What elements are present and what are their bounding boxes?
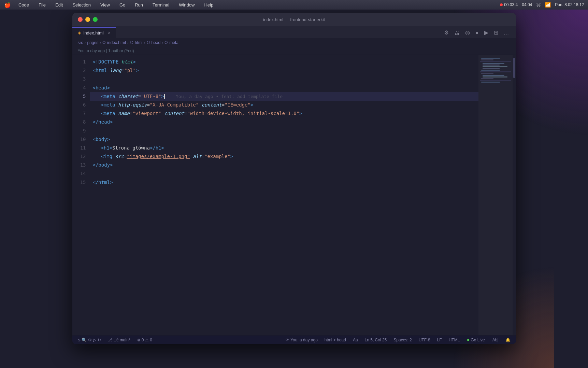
code-line-14 [90,169,478,178]
code-line-10: <body> [90,135,478,144]
menu-view[interactable]: View [98,2,112,8]
tab-index-html[interactable]: ◈ index.html × [72,27,116,38]
go-live-label: Go Live [471,338,485,342]
go-live-dot [467,339,469,341]
errors-status[interactable]: ⊗ 0 ⚠ 0 [136,338,154,342]
play-icon[interactable]: ▶ [483,29,490,37]
code-line-6: <meta http-equiv="X-UA-Compatible" conte… [90,101,478,109]
breadcrumb-index-html[interactable]: index.html [107,40,126,45]
notification-bell-icon[interactable]: 🔔 [504,338,512,342]
html-path-status[interactable]: html > head [323,338,347,342]
menu-code[interactable]: Code [16,2,31,8]
search-icon[interactable]: ◎ [464,29,471,37]
breadcrumb-sep5: › [162,40,163,45]
minimap [478,55,513,335]
code-doctype-kw: DOCTYPE [98,58,118,66]
spaces-status[interactable]: Spaces: 2 [392,338,413,342]
run-icon[interactable]: ● [474,29,480,37]
breadcrumb-head[interactable]: head [152,40,161,45]
minimap-line [481,59,494,60]
menu-run[interactable]: Run [133,2,145,8]
split-editor-icon[interactable]: ⚙ [443,29,450,37]
breadcrumb-sep3: › [127,40,129,45]
breadcrumb-sep1: › [85,40,86,45]
ln-1: 1 [72,58,86,66]
bell-icon: 🔔 [505,338,511,342]
encoding-status[interactable]: UTF-8 [417,338,432,342]
menu-edit[interactable]: Edit [53,2,65,8]
status-bar-left: ⎋ 🔍 ⚙ ▷ ↻ ⎇ ⎇ main* ⊗ 0 ⚠ 0 [76,338,154,342]
git-blame-text: You, a day ago | 1 author (You) [78,48,134,53]
line-ending-status[interactable]: LF [436,338,443,342]
breadcrumb-html[interactable]: html [135,40,143,45]
git-info-status[interactable]: ⟳ You, a day ago [284,338,319,342]
more-actions-icon[interactable]: … [502,29,511,37]
line-numbers: 1 2 3 4 5 6 7 8 9 10 11 12 13 14 15 [72,55,90,335]
cursor-position-status[interactable]: Ln 5, Col 25 [363,338,388,342]
language-status[interactable]: HTML [447,338,461,342]
sync-icon: ⟳ [286,338,289,342]
date-time: Pon. 8.02 18:12 [555,2,584,7]
breadcrumb-head-icon: ⬡ [147,40,150,45]
git-branch-status[interactable]: ⎇ ⎇ main* [106,338,132,342]
scrollbar-track[interactable] [513,55,516,335]
menu-terminal[interactable]: Terminal [150,2,171,8]
minimap-line [483,63,504,64]
minimap-line [483,75,504,76]
window-title: index.html — frontend-starterkit [263,17,325,22]
minimap-line [480,61,511,62]
code-line-9 [90,127,478,135]
minimap-line [481,78,494,79]
tab-file-icon: ◈ [78,30,81,35]
ln-9: 9 [72,127,86,135]
minimap-lines [480,58,511,83]
code-line-4: <head> [90,84,478,92]
ln-2: 2 [72,66,86,75]
breadcrumb-sep2: › [100,40,101,45]
ab-status[interactable]: Ab| [491,338,500,342]
minimap-line [483,76,508,77]
tab-close-icon[interactable]: × [108,30,111,36]
cursor-position-label: Ln 5, Col 25 [365,338,387,342]
status-bar-right: ⟳ You, a day ago html > head Aa Ln 5, Co… [284,338,512,342]
case-sensitive-status[interactable]: Aa [352,338,359,342]
ln-12: 12 [72,152,86,161]
code-line-5: <meta charset="UTF-8"> You, a day ago • … [90,92,478,101]
encoding-label: UTF-8 [419,338,430,342]
menu-window[interactable]: Window [177,2,197,8]
ln-5: 5 [72,92,86,101]
scrollbar-thumb[interactable] [513,58,515,78]
ln-14: 14 [72,169,86,178]
code-line-2: <html lang="pl"> [90,66,478,75]
ln-15: 15 [72,178,86,187]
code-content[interactable]: <!DOCTYPE html> <html lang="pl"> <head> … [90,55,478,335]
ln-6: 6 [72,101,86,109]
wifi-icon: 📶 [545,2,551,8]
code-doctype-html: html [121,58,133,66]
breadcrumb-meta[interactable]: meta [169,40,178,45]
menu-help[interactable]: Help [202,2,215,8]
minimap-line [483,68,500,69]
breadcrumb-src[interactable]: src [78,40,83,45]
menu-selection[interactable]: Selection [70,2,92,8]
go-live-button[interactable]: Go Live [465,338,487,342]
code-line-13: </body> [90,161,478,169]
apple-icon[interactable]: 🍎 [4,2,11,8]
title-bar: index.html — frontend-starterkit [72,13,516,26]
minimap-line [480,80,511,81]
breadcrumb-pages[interactable]: pages [87,40,99,45]
layout-icon[interactable]: ⊞ [492,29,500,37]
print-icon[interactable]: 🖨 [453,29,461,37]
close-button[interactable] [78,17,83,22]
menu-items: Code File Edit Selection View Go Run Ter… [16,2,215,8]
menu-go[interactable]: Go [117,2,127,8]
status-icons-left[interactable]: ⎋ 🔍 ⚙ ▷ ↻ [76,338,102,342]
tab-bar: ◈ index.html × ⚙ 🖨 ◎ ● ▶ ⊞ … [72,26,516,38]
ln-3: 3 [72,75,86,83]
code-line-3 [90,75,478,83]
minimap-line [481,70,500,71]
tab-bar-actions: ⚙ 🖨 ◎ ● ▶ ⊞ … [443,29,516,38]
menu-file[interactable]: File [37,2,48,8]
minimize-button[interactable] [85,17,90,22]
maximize-button[interactable] [93,17,98,22]
